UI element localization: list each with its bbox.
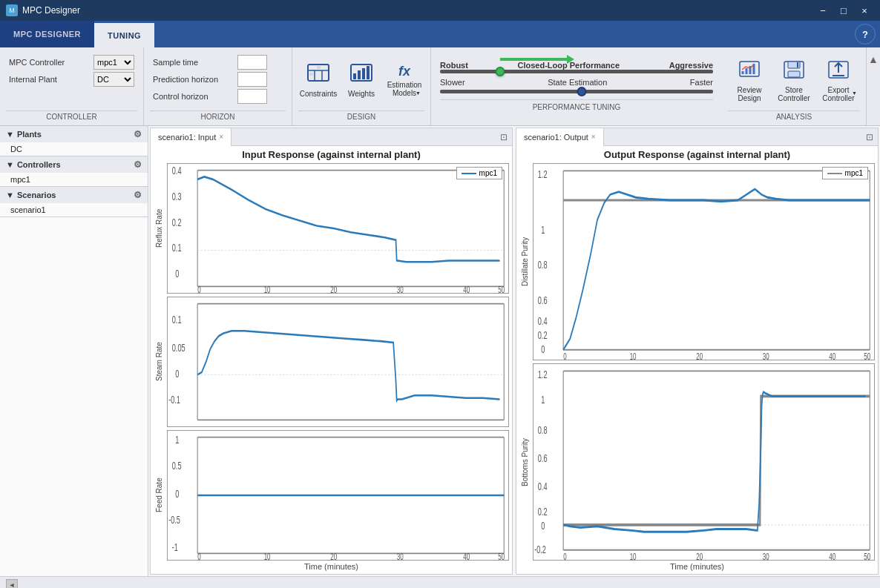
plants-label: Plants [17, 130, 42, 139]
bottoms-chart-plot: 1.2 1 0.8 0.6 0.4 0.2 0 -0.2 [533, 363, 875, 561]
constraints-button[interactable]: Constraints [298, 55, 338, 107]
input-tab-close[interactable]: × [219, 133, 223, 141]
output-chart-xlabel: Time (minutes) [519, 562, 875, 571]
svg-text:0.2: 0.2 [538, 505, 548, 518]
distillate-chart-plot: mpc1 [533, 163, 875, 360]
ribbon-collapse-button[interactable]: ▲ [867, 50, 880, 68]
svg-text:10: 10 [264, 285, 271, 293]
svg-rect-9 [362, 68, 365, 79]
svg-text:0.3: 0.3 [172, 191, 182, 202]
prediction-horizon-input[interactable]: 30 [237, 72, 267, 87]
review-design-button[interactable]: ReviewDesign [728, 55, 771, 107]
output-panel-expand[interactable]: ⊡ [861, 131, 878, 144]
legend-line-gray [827, 173, 842, 174]
state-estimation-slider-container[interactable] [440, 90, 713, 93]
svg-text:20: 20 [696, 351, 703, 360]
svg-text:20: 20 [330, 552, 337, 560]
input-panel-tab[interactable]: scenario1: Input × [151, 128, 232, 146]
close-button[interactable]: × [855, 3, 874, 18]
tab-tuning[interactable]: TUNING [94, 21, 154, 47]
weights-button[interactable]: Weights [341, 55, 381, 107]
minimize-button[interactable]: − [813, 3, 833, 18]
sidebar-controllers-section: ▼ Controllers ⚙ mpc1 [0, 156, 148, 187]
maximize-button[interactable]: □ [834, 3, 853, 18]
bottoms-svg: 1.2 1 0.8 0.6 0.4 0.2 0 -0.2 [533, 364, 874, 560]
slider-knob-1[interactable] [495, 67, 505, 76]
sidebar-scenarios-header[interactable]: ▼ Scenarios ⚙ [0, 187, 148, 203]
reflux-ylabel: Reflux Rate [154, 163, 167, 294]
internal-plant-label: Internal Plant [9, 75, 91, 84]
svg-text:40: 40 [463, 285, 470, 293]
sidebar-item-mpc1[interactable]: mpc1 [0, 173, 148, 186]
svg-text:0.05: 0.05 [172, 342, 185, 353]
app-icon: M [6, 4, 18, 16]
sidebar-item-scenario1[interactable]: scenario1 [0, 203, 148, 217]
constraints-icon [306, 63, 330, 88]
svg-text:0.1: 0.1 [172, 242, 182, 253]
svg-text:50: 50 [864, 551, 870, 560]
sidebar-plants-header[interactable]: ▼ Plants ⚙ [0, 126, 148, 142]
prediction-horizon-field: Prediction horizon 30 [153, 72, 267, 87]
scroll-left-button[interactable]: ◄ [6, 579, 18, 589]
sidebar-controllers-header[interactable]: ▼ Controllers ⚙ [0, 156, 148, 173]
panels-row: scenario1: Input × ⊡ Input Response (aga… [148, 126, 880, 576]
export-controller-button[interactable]: ExportController ▼ [817, 55, 860, 107]
svg-text:-0.1: -0.1 [168, 394, 180, 405]
legend-line [462, 173, 476, 174]
sidebar-item-dc[interactable]: DC [0, 142, 148, 156]
distillate-legend-label: mpc1 [845, 169, 863, 177]
controller-group-label: CONTROLLER [6, 110, 137, 122]
input-panel-expand[interactable]: ⊡ [496, 131, 512, 144]
svg-text:10: 10 [264, 552, 271, 560]
export-dropdown-arrow: ▼ [852, 90, 857, 96]
main-area: ▼ Plants ⚙ DC ▼ Controllers ⚙ mpc1 ▼ [0, 126, 880, 576]
tab-mpc-designer[interactable]: MPC DESIGNER [0, 21, 94, 47]
svg-rect-7 [353, 73, 356, 79]
plants-header-left: ▼ Plants [6, 130, 42, 139]
help-button[interactable]: ? [855, 24, 876, 44]
svg-text:20: 20 [696, 551, 703, 560]
plants-gear-icon[interactable]: ⚙ [134, 129, 142, 139]
controllers-header-left: ▼ Controllers [6, 160, 61, 169]
svg-text:0: 0 [563, 351, 566, 360]
output-tab-close[interactable]: × [591, 133, 596, 141]
slider-knob-2[interactable] [577, 87, 587, 96]
state-estimation-label: State Estimation [465, 78, 690, 87]
performance-slider-container[interactable] [440, 70, 713, 73]
output-panel-content: Output Response (against internal plant)… [516, 146, 878, 574]
distillate-chart-row: Distillate Purity mpc1 [519, 163, 875, 360]
svg-text:30: 30 [397, 285, 404, 293]
scenarios-gear-icon[interactable]: ⚙ [134, 190, 142, 200]
estimation-models-button[interactable]: fx EstimationModels ▼ [384, 55, 424, 107]
feed-chart-plot: 1 0.5 0 -0.5 -1 0 10 20 [167, 430, 509, 561]
svg-text:0.5: 0.5 [172, 460, 182, 471]
aggressive-label: Aggressive [669, 61, 713, 70]
content-area: scenario1: Input × ⊡ Input Response (aga… [148, 126, 880, 576]
bottom-labels-row1: Slower State Estimation Faster [440, 78, 713, 87]
mpc-controller-select[interactable]: mpc1 [93, 55, 134, 70]
internal-plant-select[interactable]: DC [93, 72, 134, 87]
title-bar: M MPC Designer − □ × [0, 0, 880, 21]
sample-time-input[interactable]: 1 [237, 55, 267, 70]
svg-text:0.2: 0.2 [172, 217, 182, 228]
controllers-gear-icon[interactable]: ⚙ [134, 159, 142, 170]
svg-text:0.8: 0.8 [538, 259, 548, 271]
reflux-legend: mpc1 [456, 167, 502, 179]
svg-text:0.4: 0.4 [538, 480, 548, 492]
control-horizon-label: Control horizon [153, 92, 234, 101]
input-chart-container: Input Response (against internal plant) … [154, 149, 509, 571]
store-controller-button[interactable]: StoreController [772, 55, 815, 107]
scenarios-header-left: ▼ Scenarios [6, 191, 56, 199]
slider-track-1 [440, 70, 713, 73]
svg-text:0.4: 0.4 [172, 165, 182, 176]
reflux-svg: 0.4 0.3 0.2 0.1 0 0 10 20 [168, 164, 508, 293]
window-controls[interactable]: − □ × [813, 3, 874, 18]
output-chart-container: Output Response (against internal plant)… [519, 149, 875, 571]
svg-text:40: 40 [829, 351, 835, 360]
output-panel-tab[interactable]: scenario1: Output × [516, 128, 604, 146]
scenarios-collapse-icon: ▼ [6, 191, 14, 199]
control-horizon-input[interactable]: 5 [237, 89, 267, 104]
ribbon: MPC Controller mpc1 Internal Plant DC CO… [0, 47, 880, 126]
svg-text:40: 40 [463, 552, 470, 560]
svg-text:30: 30 [763, 551, 769, 560]
